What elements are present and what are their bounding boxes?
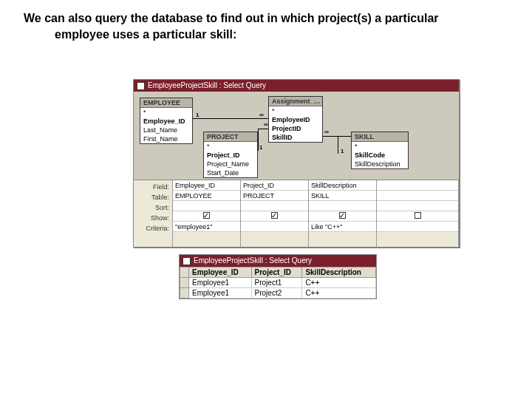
field-star[interactable]: * [204,142,257,151]
field-skilldesc[interactable]: SkillDescription [352,160,408,168]
heading-line-1: We can also query the database to find o… [24,12,439,24]
field-project-id[interactable]: Project_ID [204,151,257,160]
row-selector[interactable] [180,278,189,288]
checkbox-icon[interactable] [339,212,346,219]
slide: We can also query the database to find o… [0,0,532,399]
join-emp-assign [193,118,268,119]
field-last-name[interactable]: Last_Name [140,126,192,134]
cell-field[interactable] [377,180,458,191]
field-employee-id[interactable]: Employee_ID [140,117,192,126]
cell-show[interactable] [173,211,240,222]
field-start-date[interactable]: Start_Date [204,168,257,177]
table-assignment-header: Assignment_… [269,97,322,106]
table-project-header: PROJECT [204,132,257,142]
label-field: Field: [134,182,169,192]
design-titlebar[interactable]: EmployeeProjectSkill : Select Query [134,80,459,92]
cell[interactable]: Project1 [251,278,302,288]
table-row[interactable]: Employee1 Project2 C++ [180,288,376,299]
cell-sort[interactable] [377,201,458,211]
join-one-label: 1 [341,148,344,154]
join-many-label: ∞ [264,121,268,128]
join-one-label: 1 [259,144,262,151]
field-first-name[interactable]: First_Name [140,134,192,143]
query-diagram-pane[interactable]: EMPLOYEE * Employee_ID Last_Name First_N… [134,92,459,180]
checkbox-icon[interactable] [415,212,421,219]
checkbox-icon[interactable] [203,212,210,219]
table-project[interactable]: PROJECT * Project_ID Project_Name Start_… [203,132,258,178]
cell-sort[interactable] [173,201,240,211]
cell-field[interactable]: Employee_ID [173,180,240,191]
table-skill-header: SKILL [352,132,408,142]
label-show: Show: [134,213,169,223]
join-many-label: ∞ [324,129,329,135]
field-star[interactable]: * [140,108,192,117]
join-assign-skill-v [338,136,338,154]
cell[interactable]: Employee1 [189,278,252,288]
result-titlebar[interactable]: EmployeeProjectSkill : Select Query [180,255,376,267]
cell-show[interactable] [241,211,308,222]
join-assign-skill-h [323,136,351,137]
join-one-label: 1 [196,112,199,118]
cell[interactable]: C++ [302,288,376,299]
grid-columns: Employee_ID EMPLOYEE "employee1" Project… [172,180,459,247]
label-sort: Sort: [134,202,169,213]
cell-table[interactable]: EMPLOYEE [173,191,240,201]
table-employee[interactable]: EMPLOYEE * Employee_ID Last_Name First_N… [140,98,193,144]
join-many-label: ∞ [259,112,264,118]
checkbox-icon[interactable] [271,212,278,219]
query-grid-pane: Field: Table: Sort: Show: Criteria: Empl… [134,180,459,247]
row-selector[interactable] [180,288,189,299]
table-employee-header: EMPLOYEE [140,98,192,108]
cell-show[interactable] [377,211,458,222]
col-header[interactable]: SkillDescription [302,267,376,278]
join-proj-assign-h [258,129,268,129]
field-skillcode[interactable]: SkillCode [352,151,408,160]
grid-row-labels: Field: Table: Sort: Show: Criteria: [134,180,172,247]
cell-table[interactable]: PROJECT [241,191,308,201]
row-selector-header [180,267,189,278]
grid-col[interactable]: Project_ID PROJECT [241,180,309,247]
grid-col[interactable]: SkillDescription SKILL Like "C++" [309,180,377,247]
grid-col[interactable] [377,180,459,247]
window-icon [137,82,145,90]
query-design-window: EmployeeProjectSkill : Select Query EMPL… [133,79,460,248]
grid-col[interactable]: Employee_ID EMPLOYEE "employee1" [173,180,241,247]
cell-field[interactable]: SkillDescription [309,180,376,191]
cell-sort[interactable] [241,201,308,211]
window-icon [183,257,191,265]
table-header-row: Employee_ID Project_ID SkillDescription [180,267,376,278]
field-star[interactable]: * [269,106,322,115]
cell-table[interactable]: SKILL [309,191,376,201]
join-proj-assign-v [258,129,259,151]
result-title: EmployeeProjectSkill : Select Query [194,255,312,267]
col-header[interactable]: Employee_ID [189,267,252,278]
heading-line-2: employee uses a particular skill: [24,27,510,43]
table-row[interactable]: Employee1 Project1 C++ [180,278,376,288]
label-table: Table: [134,192,169,202]
table-skill[interactable]: SKILL * SkillCode SkillDescription [351,132,409,169]
field-assign-skillid[interactable]: SkillID [269,133,322,142]
cell-criteria[interactable]: Like "C++" [309,222,376,232]
cell-criteria[interactable] [377,222,458,232]
field-star[interactable]: * [352,142,408,151]
cell-criteria[interactable] [241,222,308,232]
label-criteria: Criteria: [134,223,169,233]
cell-show[interactable] [309,211,376,222]
field-assign-projectid[interactable]: ProjectID [269,124,322,133]
slide-heading: We can also query the database to find o… [24,10,510,42]
field-project-name[interactable]: Project_Name [204,160,257,168]
cell-criteria[interactable]: "employee1" [173,222,240,232]
query-result-window: EmployeeProjectSkill : Select Query Empl… [179,254,377,299]
cell-sort[interactable] [309,201,376,211]
cell-table[interactable] [377,191,458,201]
cell[interactable]: Project2 [251,288,302,299]
cell-field[interactable]: Project_ID [241,180,308,191]
cell[interactable]: C++ [302,278,376,288]
field-assign-employeeid[interactable]: EmployeeID [269,115,322,124]
cell[interactable]: Employee1 [189,288,252,299]
design-title: EmployeeProjectSkill : Select Query [148,80,266,92]
table-assignment[interactable]: Assignment_… * EmployeeID ProjectID Skil… [268,96,323,143]
col-header[interactable]: Project_ID [251,267,302,278]
result-datasheet[interactable]: Employee_ID Project_ID SkillDescription … [180,267,376,299]
